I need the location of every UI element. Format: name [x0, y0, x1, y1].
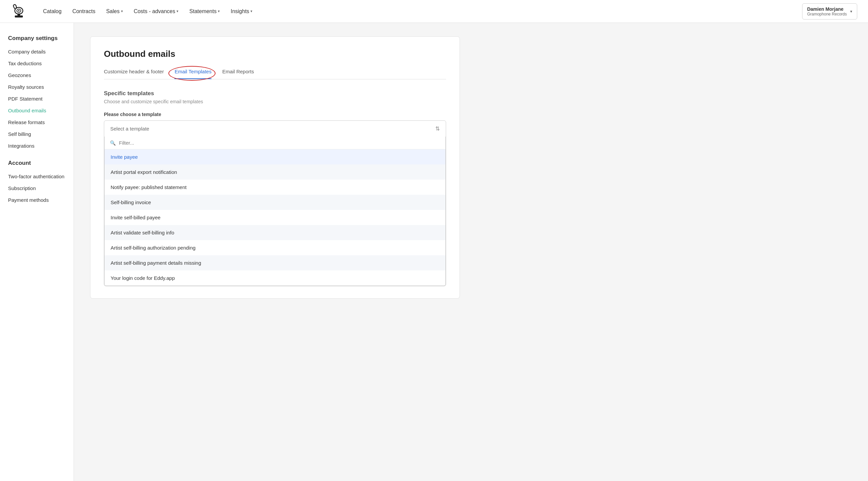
tab-email-reports[interactable]: Email Reports — [222, 69, 254, 79]
dropdown-item-invite-self-billed[interactable]: Invite self-billed payee — [104, 210, 445, 225]
main-layout: Company settings Company details Tax ded… — [0, 23, 868, 481]
sidebar: Company settings Company details Tax ded… — [0, 23, 74, 481]
nav-catalog[interactable]: Catalog — [43, 7, 62, 16]
account-title: Account — [0, 160, 73, 171]
search-icon: 🔍 — [110, 140, 116, 146]
main-content: Outbound emails Customize header & foote… — [74, 23, 868, 481]
tab-bar: Customize header & footer Email Template… — [104, 69, 446, 80]
dropdown-item-artist-self-billing-auth[interactable]: Artist self-billing authorization pendin… — [104, 240, 445, 255]
template-dropdown: 🔍 Invite payee Artist portal export noti… — [104, 137, 446, 286]
dropdown-item-artist-portal-export[interactable]: Artist portal export notification — [104, 164, 445, 180]
select-display[interactable]: Select a template ⇅ — [104, 121, 446, 137]
user-info: Damien Morjane Gramophone Records — [807, 6, 847, 17]
nav-statements[interactable]: Statements ▾ — [189, 7, 220, 16]
dropdown-item-notify-payee-published[interactable]: Notify payee: published statement — [104, 180, 445, 195]
sidebar-item-company-details[interactable]: Company details — [0, 46, 73, 58]
sales-caret-icon: ▾ — [121, 9, 123, 13]
page-title: Outbound emails — [104, 49, 446, 59]
company-settings-title: Company settings — [0, 35, 73, 46]
dropdown-item-login-code[interactable]: Your login code for Eddy.app — [104, 270, 445, 285]
template-select[interactable]: Select a template ⇅ 🔍 Invite payee Artis… — [104, 120, 446, 286]
nav-contracts[interactable]: Contracts — [72, 7, 95, 16]
nav-insights[interactable]: Insights ▾ — [230, 7, 252, 16]
dropdown-item-artist-validate[interactable]: Artist validate self-billing info — [104, 225, 445, 240]
sidebar-item-integrations[interactable]: Integrations — [0, 140, 73, 152]
dropdown-item-invite-payee[interactable]: Invite payee — [104, 149, 445, 164]
sidebar-item-royalty-sources[interactable]: Royalty sources — [0, 81, 73, 93]
sidebar-divider — [0, 152, 73, 157]
field-label: Please choose a template — [104, 112, 446, 117]
section-subtitle: Choose and customize specific email temp… — [104, 99, 446, 104]
sidebar-item-payment-methods[interactable]: Payment methods — [0, 194, 73, 206]
filter-row: 🔍 — [104, 137, 445, 149]
nav-costs-advances[interactable]: Costs - advances ▾ — [134, 7, 179, 16]
user-name: Damien Morjane — [807, 6, 847, 12]
sidebar-item-pdf-statement[interactable]: PDF Statement — [0, 93, 73, 104]
sidebar-item-release-formats[interactable]: Release formats — [0, 116, 73, 128]
top-navigation: Catalog Contracts Sales ▾ Costs - advanc… — [0, 0, 868, 23]
filter-input[interactable] — [119, 140, 440, 146]
logo-icon — [11, 3, 27, 20]
insights-caret-icon: ▾ — [250, 9, 252, 13]
user-company: Gramophone Records — [807, 12, 847, 17]
sidebar-item-subscription[interactable]: Subscription — [0, 182, 73, 194]
dropdown-item-self-billing-invoice[interactable]: Self-billing invoice — [104, 195, 445, 210]
sidebar-item-geozones[interactable]: Geozones — [0, 69, 73, 81]
statements-caret-icon: ▾ — [218, 9, 220, 13]
sidebar-item-outbound-emails[interactable]: Outbound emails — [0, 104, 73, 116]
select-arrows-icon: ⇅ — [435, 125, 440, 132]
user-menu[interactable]: Damien Morjane Gramophone Records ▾ — [802, 3, 857, 20]
section-title: Specific templates — [104, 90, 446, 97]
dropdown-item-artist-self-billing-payment[interactable]: Artist self-billing payment details miss… — [104, 255, 445, 270]
tab-email-templates[interactable]: Email Templates — [175, 69, 212, 79]
sidebar-item-tax-deductions[interactable]: Tax deductions — [0, 58, 73, 69]
costs-caret-icon: ▾ — [177, 9, 179, 13]
svg-point-4 — [18, 10, 20, 11]
sidebar-item-two-factor[interactable]: Two-factor authentication — [0, 171, 73, 182]
select-placeholder: Select a template — [110, 126, 149, 131]
tab-customize-header[interactable]: Customize header & footer — [104, 69, 164, 79]
nav-sales[interactable]: Sales ▾ — [106, 7, 123, 16]
logo[interactable] — [11, 3, 27, 20]
nav-links: Catalog Contracts Sales ▾ Costs - advanc… — [43, 7, 802, 16]
content-card: Outbound emails Customize header & foote… — [90, 36, 460, 299]
sidebar-item-self-billing[interactable]: Self billing — [0, 128, 73, 140]
user-caret-icon: ▾ — [850, 9, 852, 14]
